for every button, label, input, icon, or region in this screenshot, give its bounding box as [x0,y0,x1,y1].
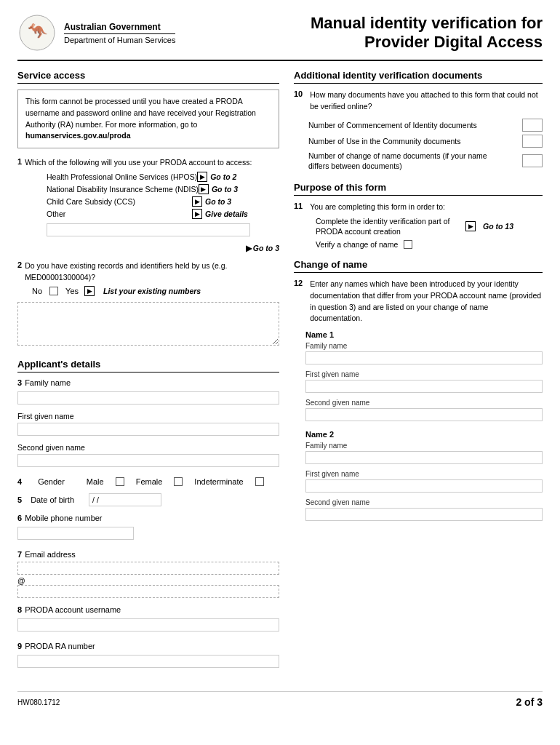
proda-username-input[interactable] [17,618,279,632]
yes-arrow-box[interactable]: ▶ [84,286,95,296]
change-name-title: Change of name [294,259,543,273]
question-6: 6 Mobile phone number [17,514,279,543]
yes-label: Yes [65,287,79,295]
at-sign: @ [17,576,279,585]
proda-ra-label: PRODA RA number [25,642,95,650]
header-divider [17,60,543,61]
goto3-line: ▶ Go to 3 [17,244,279,253]
doc-label-0: Number of Commencement of Identity docum… [308,121,477,130]
doc-count-input-0[interactable] [522,119,543,132]
q12-row: 12 Enter any names which have been intro… [294,279,543,324]
existing-numbers-textarea[interactable] [17,302,279,346]
purpose-option1-arrow[interactable]: ▶ [465,221,476,231]
question-8: 8 PRODA account username [17,605,279,634]
page-title: Manual identity verification forProvider… [311,14,543,52]
family-name-input[interactable] [17,391,279,405]
hpos-arrow-box[interactable]: ▶ [197,172,207,182]
email-input-top[interactable] [17,562,279,575]
doc-count-row-0: Number of Commencement of Identity docum… [308,119,543,132]
female-checkbox[interactable] [174,477,183,486]
name2-second-label: Second given name [305,498,543,506]
name1-first-label: First given name [305,370,543,378]
q10-number: 10 [294,89,303,98]
no-checkbox[interactable] [49,287,58,295]
name2-family-input[interactable] [305,451,543,464]
gender-label: Gender [38,477,65,486]
second-given-input[interactable] [17,454,279,467]
q1-text: Which of the following will you use your… [25,157,252,169]
q11-text: You are completing this form in order to… [310,202,445,213]
email-input-bottom[interactable] [17,585,279,598]
purpose-option1-goto: Go to 13 [483,222,513,231]
male-label: Male [87,477,104,486]
name2-second-input[interactable] [305,508,543,521]
doc-count-input-1[interactable] [522,135,543,148]
q7-number: 7 [17,550,22,559]
q9-number: 9 [17,642,22,650]
q11-number: 11 [294,202,303,210]
change-name-section: Change of name 12 Enter any names which … [294,259,543,524]
yes-no-row: No Yes ▶ List your existing numbers [32,286,279,296]
first-given-label: First given name [17,412,279,421]
name2-first-input[interactable] [305,479,543,493]
service-row-ndis: National Disability Insurance Scheme (ND… [47,184,279,194]
name-block-1: Name 1 Family name First given name Seco… [305,330,543,424]
indeterminate-checkbox[interactable] [255,477,264,486]
ccs-arrow-box[interactable]: ▶ [192,196,202,207]
service-row-other: Other ▶ Give details [47,209,279,219]
name1-family-input[interactable] [305,351,543,364]
info-link: humanservices.gov.au/proda [25,131,131,140]
q5-number: 5 [17,495,22,504]
ndis-goto: Go to 3 [212,185,238,194]
proda-ra-input[interactable] [17,655,279,668]
other-arrow-box[interactable]: ▶ [192,209,202,219]
q12-text: Enter any names which have been introduc… [310,279,543,324]
q2-number: 2 [17,260,22,269]
ccs-label: Child Care Subsidy (CCS) [47,197,192,206]
applicant-section: Applicant's details 3 Family name First … [17,359,279,671]
name1-second-label: Second given name [305,399,543,407]
right-column: Additional identity verification documen… [294,70,543,678]
ndis-arrow-box[interactable]: ▶ [199,184,209,194]
second-given-label: Second given name [17,443,279,452]
name1-family-label: Family name [305,342,543,350]
mobile-input[interactable] [17,527,134,540]
name2-first-label: First given name [305,470,543,478]
additional-docs-section: Additional identity verification documen… [294,70,543,172]
gov-title: Australian Government [64,22,175,32]
doc-count-input-2[interactable] [522,154,543,167]
dob-input[interactable]: / / [89,493,161,506]
name1-title: Name 1 [305,330,543,339]
page-footer: HW080.1712 2 of 3 [17,691,543,708]
email-label: Email address [25,550,76,559]
proda-username-label: PRODA account username [25,605,121,614]
indeterminate-label: Indeterminate [194,477,243,486]
service-row-ccs: Child Care Subsidy (CCS) ▶ Go to 3 [47,196,279,207]
applicant-title: Applicant's details [17,359,279,372]
question-9: 9 PRODA RA number [17,642,279,671]
q3-family-label: Family name [25,378,71,387]
name1-first-input[interactable] [305,380,543,393]
doc-label-2: Number of change of name documents (if y… [308,151,497,172]
purpose-option1-text: Complete the identity verification part … [316,216,461,237]
info-box: This form cannot be processed until you … [17,89,279,148]
yes-goto: List your existing numbers [103,287,201,295]
ndis-label: National Disability Insurance Scheme (ND… [47,185,199,194]
q10-text: How many documents have you attached to … [310,89,543,113]
service-access-title: Service access [17,70,279,84]
question-4: 4 Gender Male Female Indeterminate [17,477,279,486]
other-details-input[interactable] [47,223,250,236]
male-checkbox[interactable] [116,477,124,486]
goto3-label: Go to 3 [253,244,279,252]
first-given-input[interactable] [17,423,279,436]
footer-page: 2 of 3 [516,696,543,708]
purpose-option-1: Complete the identity verification part … [316,216,543,237]
purpose-option2-checkbox[interactable] [404,240,412,249]
question-3: 3 Family name First given name Second gi… [17,378,279,470]
purpose-option2-text: Verify a change of name [316,240,398,249]
q8-number: 8 [17,605,22,614]
female-label: Female [136,477,163,486]
question-5: 5 Date of birth / / [17,493,279,506]
name1-second-input[interactable] [305,408,543,421]
main-content: Service access This form cannot be proce… [17,70,543,678]
